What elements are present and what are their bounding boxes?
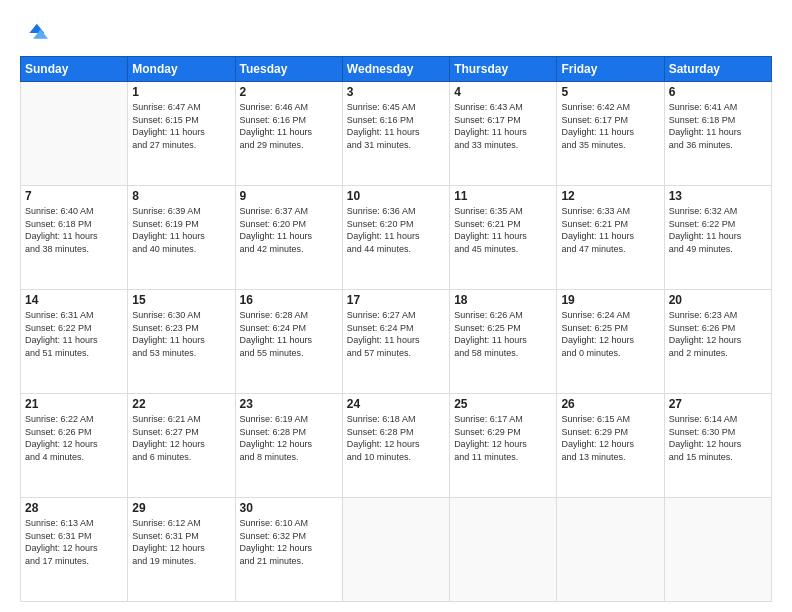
day-number: 29 bbox=[132, 501, 230, 515]
day-number: 1 bbox=[132, 85, 230, 99]
day-info: Sunrise: 6:12 AM Sunset: 6:31 PM Dayligh… bbox=[132, 517, 230, 567]
calendar-cell: 22Sunrise: 6:21 AM Sunset: 6:27 PM Dayli… bbox=[128, 394, 235, 498]
calendar-cell: 6Sunrise: 6:41 AM Sunset: 6:18 PM Daylig… bbox=[664, 82, 771, 186]
day-number: 13 bbox=[669, 189, 767, 203]
day-info: Sunrise: 6:46 AM Sunset: 6:16 PM Dayligh… bbox=[240, 101, 338, 151]
calendar-cell: 10Sunrise: 6:36 AM Sunset: 6:20 PM Dayli… bbox=[342, 186, 449, 290]
day-number: 18 bbox=[454, 293, 552, 307]
day-number: 16 bbox=[240, 293, 338, 307]
weekday-header-tuesday: Tuesday bbox=[235, 57, 342, 82]
day-number: 6 bbox=[669, 85, 767, 99]
calendar-week-2: 7Sunrise: 6:40 AM Sunset: 6:18 PM Daylig… bbox=[21, 186, 772, 290]
day-number: 30 bbox=[240, 501, 338, 515]
calendar-cell: 5Sunrise: 6:42 AM Sunset: 6:17 PM Daylig… bbox=[557, 82, 664, 186]
day-info: Sunrise: 6:42 AM Sunset: 6:17 PM Dayligh… bbox=[561, 101, 659, 151]
weekday-header-wednesday: Wednesday bbox=[342, 57, 449, 82]
calendar-cell: 18Sunrise: 6:26 AM Sunset: 6:25 PM Dayli… bbox=[450, 290, 557, 394]
weekday-header-monday: Monday bbox=[128, 57, 235, 82]
calendar-cell: 7Sunrise: 6:40 AM Sunset: 6:18 PM Daylig… bbox=[21, 186, 128, 290]
page: SundayMondayTuesdayWednesdayThursdayFrid… bbox=[0, 0, 792, 612]
day-number: 27 bbox=[669, 397, 767, 411]
day-info: Sunrise: 6:47 AM Sunset: 6:15 PM Dayligh… bbox=[132, 101, 230, 151]
day-info: Sunrise: 6:17 AM Sunset: 6:29 PM Dayligh… bbox=[454, 413, 552, 463]
day-info: Sunrise: 6:15 AM Sunset: 6:29 PM Dayligh… bbox=[561, 413, 659, 463]
calendar-cell: 2Sunrise: 6:46 AM Sunset: 6:16 PM Daylig… bbox=[235, 82, 342, 186]
day-info: Sunrise: 6:41 AM Sunset: 6:18 PM Dayligh… bbox=[669, 101, 767, 151]
day-info: Sunrise: 6:21 AM Sunset: 6:27 PM Dayligh… bbox=[132, 413, 230, 463]
calendar-cell: 12Sunrise: 6:33 AM Sunset: 6:21 PM Dayli… bbox=[557, 186, 664, 290]
calendar-cell bbox=[664, 498, 771, 602]
day-info: Sunrise: 6:18 AM Sunset: 6:28 PM Dayligh… bbox=[347, 413, 445, 463]
day-info: Sunrise: 6:13 AM Sunset: 6:31 PM Dayligh… bbox=[25, 517, 123, 567]
calendar-cell: 21Sunrise: 6:22 AM Sunset: 6:26 PM Dayli… bbox=[21, 394, 128, 498]
day-number: 26 bbox=[561, 397, 659, 411]
day-number: 12 bbox=[561, 189, 659, 203]
calendar-cell: 24Sunrise: 6:18 AM Sunset: 6:28 PM Dayli… bbox=[342, 394, 449, 498]
calendar-cell bbox=[21, 82, 128, 186]
day-number: 8 bbox=[132, 189, 230, 203]
calendar-cell: 14Sunrise: 6:31 AM Sunset: 6:22 PM Dayli… bbox=[21, 290, 128, 394]
calendar-cell: 27Sunrise: 6:14 AM Sunset: 6:30 PM Dayli… bbox=[664, 394, 771, 498]
day-number: 14 bbox=[25, 293, 123, 307]
calendar-cell bbox=[450, 498, 557, 602]
calendar-cell: 16Sunrise: 6:28 AM Sunset: 6:24 PM Dayli… bbox=[235, 290, 342, 394]
day-info: Sunrise: 6:35 AM Sunset: 6:21 PM Dayligh… bbox=[454, 205, 552, 255]
day-info: Sunrise: 6:22 AM Sunset: 6:26 PM Dayligh… bbox=[25, 413, 123, 463]
day-info: Sunrise: 6:39 AM Sunset: 6:19 PM Dayligh… bbox=[132, 205, 230, 255]
day-info: Sunrise: 6:30 AM Sunset: 6:23 PM Dayligh… bbox=[132, 309, 230, 359]
day-number: 11 bbox=[454, 189, 552, 203]
calendar-cell: 3Sunrise: 6:45 AM Sunset: 6:16 PM Daylig… bbox=[342, 82, 449, 186]
calendar-cell: 4Sunrise: 6:43 AM Sunset: 6:17 PM Daylig… bbox=[450, 82, 557, 186]
day-info: Sunrise: 6:19 AM Sunset: 6:28 PM Dayligh… bbox=[240, 413, 338, 463]
day-number: 9 bbox=[240, 189, 338, 203]
day-info: Sunrise: 6:26 AM Sunset: 6:25 PM Dayligh… bbox=[454, 309, 552, 359]
calendar-week-3: 14Sunrise: 6:31 AM Sunset: 6:22 PM Dayli… bbox=[21, 290, 772, 394]
day-info: Sunrise: 6:40 AM Sunset: 6:18 PM Dayligh… bbox=[25, 205, 123, 255]
day-number: 19 bbox=[561, 293, 659, 307]
weekday-header-thursday: Thursday bbox=[450, 57, 557, 82]
day-number: 25 bbox=[454, 397, 552, 411]
calendar-cell: 29Sunrise: 6:12 AM Sunset: 6:31 PM Dayli… bbox=[128, 498, 235, 602]
logo bbox=[20, 20, 52, 48]
calendar-cell: 1Sunrise: 6:47 AM Sunset: 6:15 PM Daylig… bbox=[128, 82, 235, 186]
calendar-cell: 17Sunrise: 6:27 AM Sunset: 6:24 PM Dayli… bbox=[342, 290, 449, 394]
weekday-header-sunday: Sunday bbox=[21, 57, 128, 82]
day-info: Sunrise: 6:23 AM Sunset: 6:26 PM Dayligh… bbox=[669, 309, 767, 359]
day-number: 17 bbox=[347, 293, 445, 307]
day-number: 7 bbox=[25, 189, 123, 203]
calendar-cell: 15Sunrise: 6:30 AM Sunset: 6:23 PM Dayli… bbox=[128, 290, 235, 394]
day-number: 24 bbox=[347, 397, 445, 411]
day-info: Sunrise: 6:28 AM Sunset: 6:24 PM Dayligh… bbox=[240, 309, 338, 359]
day-number: 10 bbox=[347, 189, 445, 203]
day-number: 4 bbox=[454, 85, 552, 99]
day-info: Sunrise: 6:31 AM Sunset: 6:22 PM Dayligh… bbox=[25, 309, 123, 359]
day-number: 3 bbox=[347, 85, 445, 99]
day-info: Sunrise: 6:27 AM Sunset: 6:24 PM Dayligh… bbox=[347, 309, 445, 359]
calendar-cell: 23Sunrise: 6:19 AM Sunset: 6:28 PM Dayli… bbox=[235, 394, 342, 498]
calendar-cell: 13Sunrise: 6:32 AM Sunset: 6:22 PM Dayli… bbox=[664, 186, 771, 290]
calendar-cell bbox=[557, 498, 664, 602]
day-info: Sunrise: 6:36 AM Sunset: 6:20 PM Dayligh… bbox=[347, 205, 445, 255]
logo-icon bbox=[20, 20, 48, 48]
calendar: SundayMondayTuesdayWednesdayThursdayFrid… bbox=[20, 56, 772, 602]
day-number: 15 bbox=[132, 293, 230, 307]
calendar-cell bbox=[342, 498, 449, 602]
day-number: 23 bbox=[240, 397, 338, 411]
day-info: Sunrise: 6:32 AM Sunset: 6:22 PM Dayligh… bbox=[669, 205, 767, 255]
calendar-cell: 26Sunrise: 6:15 AM Sunset: 6:29 PM Dayli… bbox=[557, 394, 664, 498]
day-info: Sunrise: 6:33 AM Sunset: 6:21 PM Dayligh… bbox=[561, 205, 659, 255]
calendar-week-1: 1Sunrise: 6:47 AM Sunset: 6:15 PM Daylig… bbox=[21, 82, 772, 186]
day-number: 5 bbox=[561, 85, 659, 99]
calendar-cell: 8Sunrise: 6:39 AM Sunset: 6:19 PM Daylig… bbox=[128, 186, 235, 290]
day-info: Sunrise: 6:45 AM Sunset: 6:16 PM Dayligh… bbox=[347, 101, 445, 151]
weekday-header-row: SundayMondayTuesdayWednesdayThursdayFrid… bbox=[21, 57, 772, 82]
calendar-cell: 11Sunrise: 6:35 AM Sunset: 6:21 PM Dayli… bbox=[450, 186, 557, 290]
calendar-cell: 20Sunrise: 6:23 AM Sunset: 6:26 PM Dayli… bbox=[664, 290, 771, 394]
day-info: Sunrise: 6:37 AM Sunset: 6:20 PM Dayligh… bbox=[240, 205, 338, 255]
calendar-cell: 9Sunrise: 6:37 AM Sunset: 6:20 PM Daylig… bbox=[235, 186, 342, 290]
header bbox=[20, 16, 772, 48]
calendar-cell: 25Sunrise: 6:17 AM Sunset: 6:29 PM Dayli… bbox=[450, 394, 557, 498]
day-number: 21 bbox=[25, 397, 123, 411]
weekday-header-friday: Friday bbox=[557, 57, 664, 82]
day-number: 22 bbox=[132, 397, 230, 411]
